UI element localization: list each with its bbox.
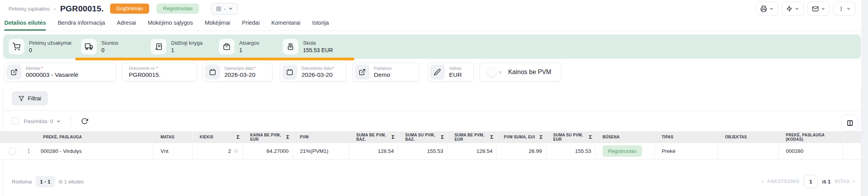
stat-label: Skola (303, 40, 333, 46)
sum-icon[interactable]: Σ (286, 135, 289, 140)
chevron-down-icon (821, 7, 825, 11)
row-checkbox[interactable] (9, 148, 16, 155)
toggle-label: Kainos be PVM (508, 69, 551, 76)
cell-kaina-be-pvm: 64.27000 (243, 143, 293, 159)
progress-bar (75, 58, 354, 60)
col-header-kiekis[interactable]: KIEKISΣ (193, 131, 243, 143)
chevron-down-icon (795, 7, 799, 11)
chevron-right-icon (852, 179, 856, 184)
stat-pirkimu-uzsakymai[interactable]: Pirkimų užsakymai 0 (9, 39, 71, 54)
tab-adresai[interactable]: Adresai (117, 16, 136, 31)
col-header-suma-be-pvm-baz[interactable]: SUMA BE PVM, BAZ.Σ (349, 131, 398, 143)
padalinys-field[interactable]: Padalinys Demo (352, 63, 419, 82)
stat-value: 155.53 EUR (303, 47, 333, 53)
detail-lines-table: PREKĖ, PASLAUGA MATAS KIEKISΣ KAINA BE P… (0, 131, 861, 160)
cell-matas: Vnt (153, 143, 193, 159)
tab-istorija[interactable]: Istorija (312, 16, 329, 31)
col-header-suma-be-pvm-eur[interactable]: SUMA BE PVM, EURΣ (448, 131, 497, 143)
sum-icon[interactable]: Σ (441, 135, 444, 140)
stat-siuntos[interactable]: Siuntos 0 (81, 39, 118, 54)
truck-icon (81, 39, 97, 54)
stat-value: 1 (171, 47, 202, 53)
operacijos-data-field[interactable]: Operacijos data* 2026-03-20 (203, 63, 272, 82)
sum-icon[interactable]: Σ (589, 135, 592, 140)
breadcrumb[interactable]: Pirkimų sąskaitos (9, 6, 50, 12)
field-value: 2026-03-20 (301, 71, 334, 78)
more-menu-button[interactable] (833, 2, 855, 16)
field-label: Valiuta (449, 66, 462, 71)
cell-suma-be-pvm-baz: 128.54 (349, 143, 398, 159)
filters-button[interactable]: Filtrai (12, 91, 48, 105)
ledger-icon (151, 39, 166, 54)
col-header-busena[interactable]: BŪSENA (596, 131, 655, 143)
row-kebab-menu-icon[interactable] (26, 148, 32, 154)
sum-icon[interactable]: Σ (540, 135, 543, 140)
required-asterisk: * (156, 66, 158, 71)
tab-priedai[interactable]: Priedai (242, 16, 260, 31)
sum-icon[interactable]: Σ (236, 135, 240, 140)
col-header-tipas[interactable]: TIPAS (655, 131, 718, 143)
status-color-dropdown-value: - (224, 6, 226, 12)
email-button[interactable] (807, 2, 830, 16)
required-asterisk: * (41, 66, 43, 71)
next-page-button[interactable]: KITAS (835, 179, 856, 184)
funnel-icon (18, 96, 24, 102)
col-header-suma-su-pvm-baz[interactable]: SUMA SU PVM, BAZ.Σ (398, 131, 448, 143)
table-row[interactable]: 000280 - Virdulys Vnt 2 64.27000 21%(PVM… (0, 143, 861, 160)
stat-didzioji-knyga[interactable]: Didžioji knyga 1 (151, 39, 202, 54)
external-link-icon (7, 65, 22, 80)
col-header-empty (843, 131, 861, 143)
stat-label: Atsargos (239, 40, 259, 46)
cell-pvm-suma: 26.99 (497, 143, 546, 159)
status-color-dropdown[interactable]: - (211, 3, 238, 15)
cell-kiekis: 2 (228, 148, 231, 154)
calendar-icon (205, 65, 220, 80)
stat-skola[interactable]: Skola 155.53 EUR (283, 39, 333, 54)
field-label: Dokumento nr. (129, 66, 155, 71)
pencil-icon (430, 65, 445, 80)
tab-bendra-informacija[interactable]: Bendra informacija (58, 16, 105, 31)
external-link-icon (355, 65, 370, 80)
dokumento-nr-field[interactable]: Dokumento nr.* PGR00015. (122, 63, 197, 82)
prev-page-button[interactable]: ANKSTESNIS (760, 179, 799, 184)
tab-komentarai[interactable]: Komentarai (271, 16, 300, 31)
col-header-preke[interactable]: PREKĖ, PASLAUGA (0, 131, 153, 143)
page-right-gutter[interactable] (861, 0, 868, 196)
calendar-icon (282, 65, 297, 80)
col-header-kaina-be-pvm[interactable]: KAINA BE PVM, EURΣ (243, 131, 293, 143)
current-page-box[interactable]: 1 (804, 175, 818, 188)
col-header-pvm-suma[interactable]: PVM SUMA, EUIΣ (497, 131, 546, 143)
table-header-row: PREKĖ, PASLAUGA MATAS KIEKISΣ KAINA BE P… (0, 131, 861, 143)
klientas-field[interactable]: Klientas* 0000003 - Vasarelė (4, 63, 116, 82)
header-bar: Pirkimų sąskaitos › PGR00015. Grąžinimas… (0, 0, 861, 17)
page-title: PGR00015. (60, 4, 104, 13)
tab-mokejimai[interactable]: Mokėjimai (205, 16, 230, 31)
col-header-pvm[interactable]: PVM (293, 131, 349, 143)
actions-button[interactable] (781, 2, 804, 16)
kebab-menu-icon (838, 6, 844, 12)
kainos-be-pvm-toggle[interactable]: ✕ Kainos be PVM (480, 63, 561, 82)
chevron-down-icon[interactable] (56, 119, 61, 124)
stat-label: Siuntos (101, 40, 118, 46)
dokumento-data-field[interactable]: Dokumento data* 2026-03-20 (280, 63, 346, 82)
stat-atsargos[interactable]: Atsargos 1 (219, 39, 259, 54)
col-header-objektas[interactable]: OBJEKTAS (718, 131, 779, 143)
field-label: Dokumento data (301, 66, 332, 71)
refresh-icon[interactable] (81, 118, 88, 125)
sum-icon[interactable]: Σ (392, 135, 395, 140)
column-settings-button[interactable] (841, 115, 858, 131)
chevron-down-icon (228, 6, 233, 11)
cell-empty (843, 143, 861, 159)
col-header-preke-kodas[interactable]: PREKĖ, PASLAUGA (KODAS) (779, 131, 843, 143)
selected-count-label[interactable]: Pasirinkta: 0 (24, 118, 53, 124)
select-all-checkbox[interactable] (12, 118, 19, 125)
field-label: Klientas (26, 66, 40, 71)
col-header-matas[interactable]: MATAS (153, 131, 193, 143)
print-button[interactable] (756, 2, 778, 16)
tab-detalios-eilutes[interactable]: Detalios eilutės (4, 16, 46, 31)
col-header-suma-su-pvm-eur[interactable]: SUMA SU PVM, EURΣ (546, 131, 596, 143)
row-lines-icon[interactable] (234, 149, 239, 154)
valiuta-field[interactable]: Valiuta EUR (428, 63, 474, 82)
sum-icon[interactable]: Σ (490, 135, 493, 140)
tab-mokejimo-salygos[interactable]: Mokėjimo sąlygos (148, 16, 193, 31)
